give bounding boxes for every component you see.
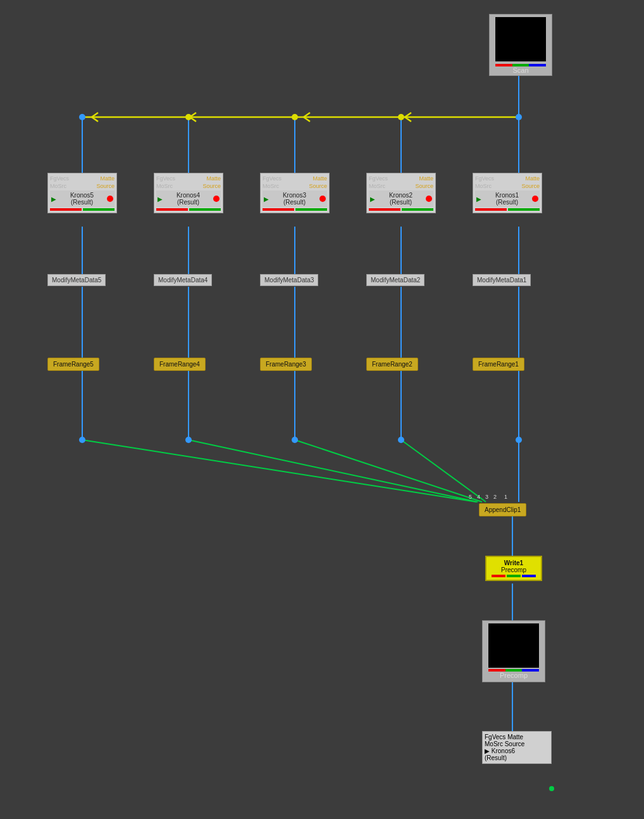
kronos6-node[interactable]: FgVecs Matte MoSrc Source ▶ Kronos6(Resu… [482, 731, 552, 764]
svg-point-31 [185, 114, 192, 120]
framerange3-node[interactable]: FrameRange3 [260, 358, 312, 371]
kronos5-header: FgVecs Matte [50, 175, 115, 182]
svg-point-30 [79, 114, 85, 120]
kronos5-body: ▶ Kronos5(Result) [50, 191, 115, 207]
svg-point-33 [398, 114, 404, 120]
node-graph: Scan FgVecs Matte MoSrc Source ▶ Kronos5… [0, 0, 644, 819]
modify2-node[interactable]: ModifyMetaData2 [366, 274, 424, 286]
svg-point-36 [185, 437, 192, 443]
precomp-thumbnail [488, 623, 539, 668]
kronos5-node[interactable]: FgVecs Matte MoSrc Source ▶ Kronos5(Resu… [47, 173, 117, 213]
svg-point-35 [79, 437, 85, 443]
write-node[interactable]: Write1 Precomp [485, 556, 542, 581]
write-sublabel: Precomp [492, 566, 536, 573]
modify5-node[interactable]: ModifyMetaData5 [47, 274, 106, 286]
scan-node[interactable]: Scan [489, 14, 552, 76]
kronos4-node[interactable]: FgVecs Matte MoSrc Source ▶ Kronos4(Resu… [154, 173, 223, 213]
modify1-node[interactable]: ModifyMetaData1 [473, 274, 531, 286]
modify4-node[interactable]: ModifyMetaData4 [154, 274, 212, 286]
svg-point-34 [516, 114, 522, 120]
svg-line-22 [82, 440, 476, 502]
framerange2-node[interactable]: FrameRange2 [366, 358, 418, 371]
svg-point-37 [292, 437, 298, 443]
svg-point-32 [292, 114, 298, 120]
framerange4-node[interactable]: FrameRange4 [154, 358, 206, 371]
appendclip-port-numbers: 5 4 3 2 1 [469, 494, 507, 500]
kronos1-node[interactable]: FgVecs Matte MoSrc Source ▶ Kronos1(Resu… [473, 173, 542, 213]
kronos2-node[interactable]: FgVecs Matte MoSrc Source ▶ Kronos2(Resu… [366, 173, 436, 213]
appendclip-node[interactable]: AppendClip1 [479, 503, 526, 516]
framerange5-node[interactable]: FrameRange5 [47, 358, 99, 371]
kronos3-node[interactable]: FgVecs Matte MoSrc Source ▶ Kronos3(Resu… [260, 173, 330, 213]
modify3-node[interactable]: ModifyMetaData3 [260, 274, 318, 286]
svg-line-24 [295, 440, 482, 502]
svg-point-40 [549, 786, 554, 791]
svg-line-25 [401, 440, 486, 502]
svg-line-23 [189, 440, 478, 502]
framerange1-node[interactable]: FrameRange1 [473, 358, 524, 371]
scan-label: Scan [512, 66, 528, 74]
connections-svg [0, 0, 644, 819]
precomp-label: Precomp [500, 672, 528, 679]
svg-point-39 [516, 437, 522, 443]
svg-point-38 [398, 437, 404, 443]
precomp-node[interactable]: Precomp [482, 620, 545, 682]
scan-thumbnail [495, 17, 546, 61]
kronos5-header2: MoSrc Source [50, 183, 115, 189]
write-label: Write1 [492, 560, 536, 566]
